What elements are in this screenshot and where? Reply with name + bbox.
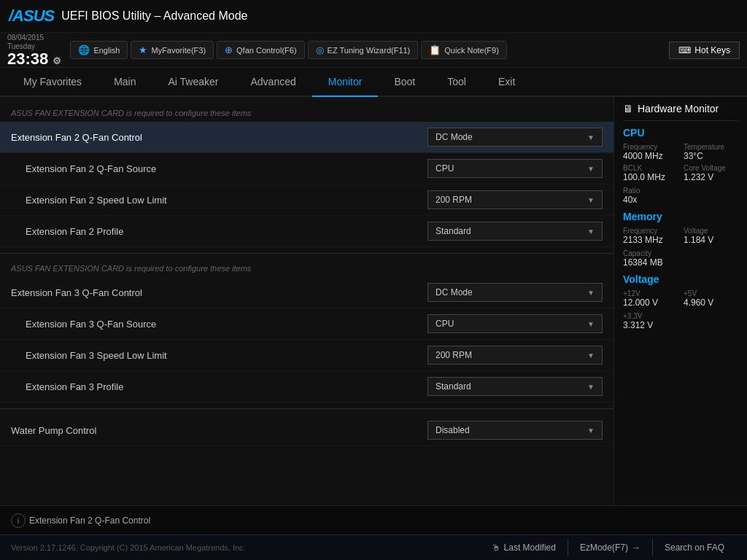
cpu-bclk-block: BCLK 100.0 MHz (623, 164, 678, 182)
mem-capacity-block: Capacity 16384 MB (623, 249, 738, 268)
memory-stats: Frequency 2133 MHz Voltage 1.184 V (623, 227, 738, 245)
ext-fan3-speed-select[interactable]: 200 RPM ▼ (427, 346, 603, 365)
ext-fan3-qfan-control-dropdown[interactable]: DC Mode ▼ (427, 283, 603, 302)
ext-fan2-speed-row[interactable]: Extension Fan 2 Speed Low Limit 200 RPM … (0, 184, 614, 216)
settings-icon[interactable]: ⚙ (53, 55, 61, 66)
chevron-down-icon: ▼ (587, 427, 595, 435)
asus-logo: /ASUS (9, 7, 54, 26)
ext-fan3-qfan-source-row[interactable]: Extension Fan 3 Q-Fan Source CPU ▼ (0, 308, 614, 340)
ext-fan2-qfan-control-row[interactable]: Extension Fan 2 Q-Fan Control DC Mode ▼ (0, 122, 614, 153)
time-display: 23:38 ⚙ (7, 51, 61, 67)
ext-fan3-qfan-control-row[interactable]: Extension Fan 3 Q-Fan Control DC Mode ▼ (0, 277, 614, 308)
ext-fan2-qfan-source-select[interactable]: CPU ▼ (427, 159, 603, 178)
ext-fan2-qfan-source-dropdown[interactable]: CPU ▼ (427, 159, 603, 178)
footer: Version 2.17.1246. Copyright (C) 2015 Am… (0, 534, 747, 560)
cpu-bclk-value: 100.0 MHz (623, 172, 678, 182)
mem-freq-label: Frequency (623, 227, 678, 235)
version-text: Version 2.17.1246. Copyright (C) 2015 Am… (11, 543, 246, 552)
tab-ai-tweaker[interactable]: Ai Tweaker (152, 68, 234, 97)
quicknote-btn[interactable]: 📋 Quick Note(F9) (421, 41, 507, 59)
tab-tool[interactable]: Tool (431, 68, 482, 97)
ez-mode-btn[interactable]: EzMode(F7) → (568, 539, 652, 556)
cpu-temp-label: Temperature (684, 143, 738, 151)
mem-freq-value: 2133 MHz (623, 235, 678, 245)
cpu-ratio-label: Ratio (623, 187, 738, 195)
fan-icon: ⊕ (225, 44, 233, 55)
ext-fan3-speed-dropdown[interactable]: 200 RPM ▼ (427, 346, 603, 365)
v33-value: 3.312 V (623, 320, 738, 330)
english-btn[interactable]: 🌐 English (70, 41, 128, 59)
cpu-temp-block: Temperature 33°C (684, 143, 738, 161)
cpu-stats: Frequency 4000 MHz Temperature 33°C BCLK… (623, 143, 738, 182)
section-notice-1: ASUS FAN EXTENSION CARD is required to c… (0, 104, 614, 122)
status-text: Extension Fan 2 Q-Fan Control (29, 516, 150, 526)
ext-fan2-profile-dropdown[interactable]: Standard ▼ (427, 222, 603, 241)
water-pump-row[interactable]: Water Pump Control Disabled ▼ (0, 415, 614, 446)
tab-boot[interactable]: Boot (378, 68, 431, 97)
note-icon: 📋 (429, 44, 441, 55)
arrow-right-icon: → (632, 542, 640, 553)
eztuning-btn[interactable]: ◎ EZ Tuning Wizard(F11) (308, 41, 419, 59)
chevron-down-icon: ▼ (587, 320, 595, 328)
last-modified-btn[interactable]: 🖱 Last Modified (480, 539, 568, 556)
cpu-temp-value: 33°C (684, 151, 738, 161)
ext-fan2-speed-dropdown[interactable]: 200 RPM ▼ (427, 190, 603, 209)
chevron-down-icon: ▼ (587, 196, 595, 204)
ext-fan3-qfan-source-select[interactable]: CPU ▼ (427, 314, 603, 333)
ext-fan3-speed-label: Extension Fan 3 Speed Low Limit (26, 350, 427, 361)
cpu-bclk-label: BCLK (623, 164, 678, 172)
monitor-icon: 🖥 (623, 103, 633, 114)
ext-fan3-profile-label: Extension Fan 3 Profile (26, 381, 427, 392)
footer-actions: 🖱 Last Modified EzMode(F7) → Search on F… (480, 539, 736, 556)
status-bar: i Extension Fan 2 Q-Fan Control (0, 505, 747, 534)
ext-fan3-profile-dropdown[interactable]: Standard ▼ (427, 377, 603, 396)
v5-value: 4.960 V (684, 298, 738, 308)
cpu-corevolt-block: Core Voltage 1.232 V (684, 164, 738, 182)
ext-fan3-speed-row[interactable]: Extension Fan 3 Speed Low Limit 200 RPM … (0, 340, 614, 371)
info-icon: i (11, 513, 26, 528)
ext-fan2-qfan-control-select[interactable]: DC Mode ▼ (427, 128, 603, 147)
water-pump-dropdown[interactable]: Disabled ▼ (427, 421, 603, 440)
date-display: 08/04/2015Tuesday (7, 34, 61, 51)
ext-fan3-qfan-control-select[interactable]: DC Mode ▼ (427, 283, 603, 302)
search-faq-btn[interactable]: Search on FAQ (652, 539, 736, 556)
ext-fan2-qfan-source-label: Extension Fan 2 Q-Fan Source (26, 163, 427, 174)
ext-fan2-profile-row[interactable]: Extension Fan 2 Profile Standard ▼ (0, 216, 614, 247)
tab-my-favorites[interactable]: My Favorites (7, 68, 98, 97)
hotkeys-btn[interactable]: ⌨ Hot Keys (669, 42, 740, 59)
tab-exit[interactable]: Exit (482, 68, 531, 97)
v12-block: +12V 12.000 V (623, 289, 678, 308)
ext-fan3-profile-row[interactable]: Extension Fan 3 Profile Standard ▼ (0, 371, 614, 402)
cpu-freq-label: Frequency (623, 143, 678, 151)
chevron-down-icon: ▼ (587, 165, 595, 173)
ext-fan2-speed-select[interactable]: 200 RPM ▼ (427, 190, 603, 209)
ext-fan3-qfan-control-label: Extension Fan 3 Q-Fan Control (11, 287, 427, 298)
water-pump-label: Water Pump Control (11, 425, 427, 436)
mem-freq-block: Frequency 2133 MHz (623, 227, 678, 245)
ext-fan3-qfan-source-label: Extension Fan 3 Q-Fan Source (26, 319, 427, 330)
datetime-display: 08/04/2015Tuesday 23:38 ⚙ (7, 34, 61, 67)
main-layout: ASUS FAN EXTENSION CARD is required to c… (0, 97, 747, 505)
content-area: ASUS FAN EXTENSION CARD is required to c… (0, 97, 614, 505)
cpu-ratio-value: 40x (623, 195, 738, 205)
tab-advanced[interactable]: Advanced (234, 68, 311, 97)
ext-fan2-qfan-control-dropdown[interactable]: DC Mode ▼ (427, 128, 603, 147)
ext-fan2-profile-select[interactable]: Standard ▼ (427, 222, 603, 241)
tab-monitor[interactable]: Monitor (312, 68, 379, 97)
myfavorite-btn[interactable]: ★ MyFavorite(F3) (131, 41, 214, 59)
qfan-btn[interactable]: ⊕ Qfan Control(F6) (217, 41, 305, 59)
cpu-freq-value: 4000 MHz (623, 151, 678, 161)
water-pump-select[interactable]: Disabled ▼ (427, 421, 603, 440)
voltage-section-title: Voltage (623, 273, 738, 285)
chevron-down-icon: ▼ (587, 351, 595, 359)
ext-fan2-qfan-source-row[interactable]: Extension Fan 2 Q-Fan Source CPU ▼ (0, 153, 614, 184)
ext-fan3-profile-select[interactable]: Standard ▼ (427, 377, 603, 396)
cpu-section-title: CPU (623, 127, 738, 139)
tab-main[interactable]: Main (98, 68, 152, 97)
ext-fan3-qfan-source-dropdown[interactable]: CPU ▼ (427, 314, 603, 333)
toolbar: 08/04/2015Tuesday 23:38 ⚙ 🌐 English ★ My… (0, 33, 747, 68)
mem-volt-value: 1.184 V (684, 235, 738, 245)
cpu-freq-block: Frequency 4000 MHz (623, 143, 678, 161)
v33-label: +3.3V (623, 312, 738, 320)
star-icon: ★ (139, 44, 147, 55)
